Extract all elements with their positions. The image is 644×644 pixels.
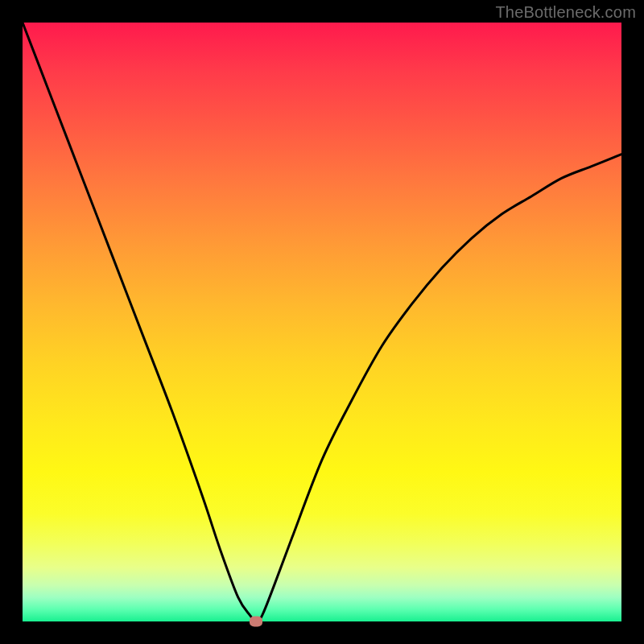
watermark-text: TheBottleneck.com — [495, 3, 636, 22]
plot-area — [23, 23, 621, 621]
optimal-point-marker — [250, 617, 262, 627]
bottleneck-curve — [23, 23, 621, 621]
chart-frame: TheBottleneck.com — [0, 0, 644, 644]
